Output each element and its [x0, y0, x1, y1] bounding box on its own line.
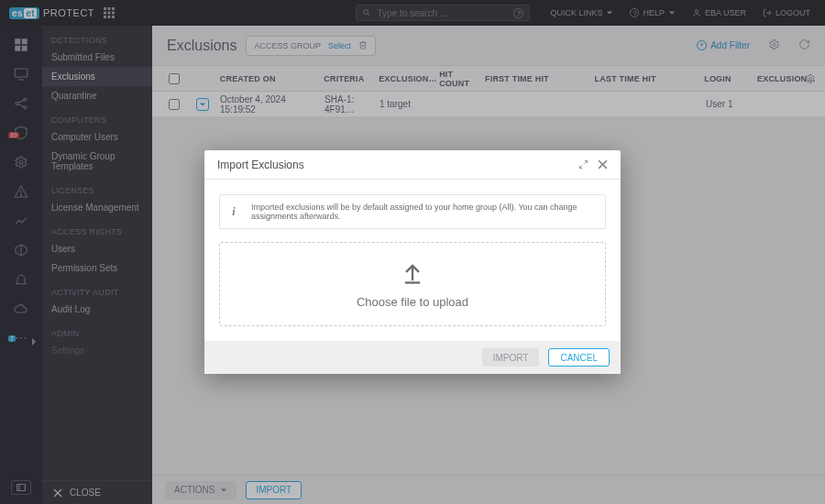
- upload-icon: [400, 260, 425, 286]
- modal-info-text: Imported exclusions will be by default a…: [251, 203, 596, 221]
- modal-body: i Imported exclusions will be by default…: [204, 180, 621, 341]
- modal-close-icon[interactable]: [598, 157, 608, 173]
- modal-header: Import Exclusions: [204, 150, 621, 180]
- svg-line-36: [584, 160, 587, 163]
- modal-overlay: Import Exclusions i Imported exclusions …: [0, 0, 825, 504]
- info-icon: i: [229, 205, 238, 219]
- modal-cancel-button[interactable]: CANCEL: [548, 348, 610, 367]
- dropzone-label: Choose file to upload: [357, 295, 468, 309]
- svg-line-37: [579, 165, 582, 168]
- modal-info: i Imported exclusions will be by default…: [219, 194, 606, 229]
- import-exclusions-modal: Import Exclusions i Imported exclusions …: [204, 150, 621, 374]
- file-dropzone[interactable]: Choose file to upload: [219, 242, 606, 326]
- modal-import-button[interactable]: IMPORT: [482, 348, 540, 367]
- modal-title: Import Exclusions: [217, 159, 304, 171]
- modal-expand-icon[interactable]: [578, 157, 588, 173]
- modal-footer: IMPORT CANCEL: [204, 341, 621, 374]
